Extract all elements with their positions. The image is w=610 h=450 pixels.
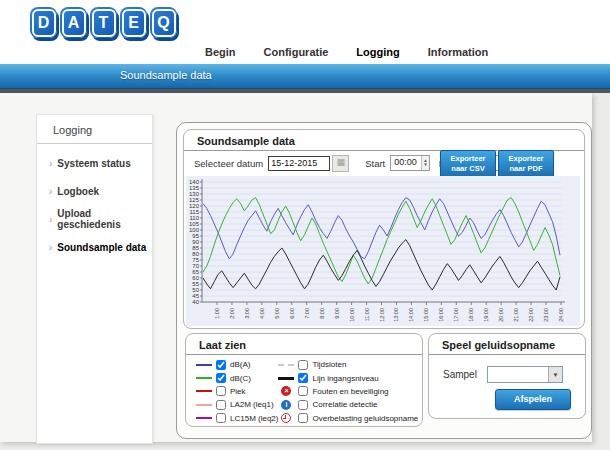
info-icon: i: [278, 400, 294, 410]
error-icon: ×: [278, 386, 294, 396]
logo-letter: A: [62, 9, 86, 37]
nav-item-configuratie[interactable]: Configuratie: [264, 46, 329, 58]
legend-line-swatch: [278, 377, 294, 380]
legend-title: Laat zien: [199, 339, 246, 351]
nav-item-logging[interactable]: Logging: [356, 46, 399, 58]
sidebar-item-soundsample-data[interactable]: ›Soundsample data: [37, 228, 152, 256]
svg-text:40: 40: [192, 299, 199, 305]
play-button[interactable]: Afspelen: [495, 389, 571, 410]
sidebar-item-label: Soundsample data: [57, 242, 146, 253]
logo-letter: E: [122, 9, 146, 37]
legend-columns: dB(A)dB(C)PiekLA2M (leq1)LC15M (leq2) Ti…: [196, 358, 418, 425]
sidebar-item-label: Upload geschiedenis: [57, 208, 152, 230]
stepper-arrows-icon[interactable]: ▲▼: [421, 156, 428, 170]
export-csv-line1: Exporteer: [441, 154, 495, 164]
export-pdf-button[interactable]: Exporteer naar PDF: [498, 150, 554, 178]
legend-checkbox-fouten-en-beveiliging[interactable]: [298, 386, 308, 396]
svg-text:8:00: 8:00: [319, 308, 325, 319]
sidebar: Logging ›Systeem status›Logboek›Upload g…: [36, 114, 153, 444]
legend-label: Lijn ingangsniveau: [312, 374, 378, 383]
chevron-right-icon: ›: [49, 158, 52, 169]
export-csv-button[interactable]: Exporteer naar CSV: [440, 150, 496, 178]
legend-checkbox-db-a-[interactable]: [216, 360, 226, 370]
dashed-line-swatch: [278, 364, 294, 366]
export-pdf-line1: Exporteer: [499, 154, 553, 164]
svg-text:24:00: 24:00: [558, 308, 564, 322]
svg-text:95: 95: [192, 233, 199, 239]
legend-label: Correlatie detectie: [312, 400, 377, 409]
legend-checkbox-lijn-ingangsniveau[interactable]: [298, 373, 308, 383]
legend-panel: Laat zien dB(A)dB(C)PiekLA2M (leq1)LC15M…: [185, 333, 423, 427]
legend-row-lijn-ingangsniveau: Lijn ingangsniveau: [278, 371, 418, 384]
sample-select[interactable]: ▼: [487, 366, 563, 383]
logo-letter-block: D: [30, 7, 57, 38]
overload-icon: [281, 413, 291, 423]
legend-column-right: TijdslotenLijn ingangsniveau×Fouten en b…: [278, 358, 418, 425]
header: DATEQ BeginConfiguratieLoggingInformatio…: [0, 0, 610, 64]
legend-label: LA2M (leq1): [230, 400, 274, 409]
svg-text:20:00: 20:00: [498, 308, 504, 322]
chevron-right-icon: ›: [49, 186, 52, 197]
sidebar-item-upload-geschiedenis[interactable]: ›Upload geschiedenis: [37, 200, 152, 228]
sidebar-item-label: Systeem status: [57, 158, 130, 169]
legend-checkbox-db-c-[interactable]: [216, 373, 226, 383]
error-icon: ×: [281, 386, 291, 396]
svg-text:55: 55: [192, 281, 199, 287]
sidebar-item-systeem-status[interactable]: ›Systeem status: [37, 144, 152, 172]
svg-text:23:00: 23:00: [543, 308, 549, 322]
calendar-icon[interactable]: ▦: [332, 155, 349, 172]
svg-text:70: 70: [192, 263, 199, 269]
legend-checkbox-tijdsloten[interactable]: [298, 360, 308, 370]
chevron-down-icon: ▼: [548, 367, 562, 382]
svg-text:9:00: 9:00: [334, 308, 340, 319]
svg-text:19:00: 19:00: [483, 308, 489, 322]
sample-row: Sampel ▼: [443, 366, 563, 383]
soundsample-chart: 4045505560657075808590951001051101151201…: [186, 176, 580, 326]
svg-text:120: 120: [189, 203, 200, 209]
svg-text:85: 85: [192, 245, 199, 251]
legend-row-correlatie-detectie: iCorrelatie detectie: [278, 398, 418, 411]
svg-text:80: 80: [192, 251, 199, 257]
logo-letter: Q: [152, 9, 176, 37]
line-swatch: [196, 377, 212, 379]
sidebar-item-label: Logboek: [57, 186, 99, 197]
svg-text:140: 140: [189, 179, 200, 185]
export-pdf-line2: naar PDF: [499, 164, 553, 174]
legend-label: Piek: [230, 387, 246, 396]
date-input[interactable]: [268, 156, 330, 171]
svg-text:100: 100: [189, 227, 200, 233]
legend-checkbox-overbelasting-geluidsopname[interactable]: [298, 413, 308, 423]
svg-text:21:00: 21:00: [513, 308, 519, 322]
legend-column-left: dB(A)dB(C)PiekLA2M (leq1)LC15M (leq2): [196, 358, 278, 425]
player-panel: Speel geluidsopname Sampel ▼ Afspelen: [428, 333, 586, 419]
legend-checkbox-correlatie-detectie[interactable]: [298, 400, 308, 410]
legend-label: Fouten en beveiliging: [312, 387, 388, 396]
logo-letter-block: A: [60, 7, 87, 38]
nav-item-begin[interactable]: Begin: [205, 46, 236, 58]
legend-row-fouten-en-beveiliging: ×Fouten en beveiliging: [278, 385, 418, 398]
chart-area: 4045505560657075808590951001051101151201…: [186, 176, 580, 330]
legend-checkbox-la2m-leq1-[interactable]: [216, 400, 226, 410]
start-time-stepper[interactable]: 00:00 ▲▼: [390, 155, 429, 171]
nav-item-information[interactable]: Information: [428, 46, 489, 58]
svg-text:105: 105: [189, 221, 200, 227]
svg-text:6:00: 6:00: [289, 308, 295, 319]
legend-row-overbelasting-geluidsopname: Overbelasting geluidsopname: [278, 412, 418, 425]
sidebar-item-logboek[interactable]: ›Logboek: [37, 172, 152, 200]
legend-row-db-c-: dB(C): [196, 371, 278, 384]
svg-text:1:00: 1:00: [214, 308, 220, 319]
legend-label: dB(A): [230, 360, 250, 369]
chevron-right-icon: ›: [49, 214, 52, 225]
sidebar-items: ›Systeem status›Logboek›Upload geschiede…: [37, 144, 152, 256]
main-nav: BeginConfiguratieLoggingInformation: [205, 46, 488, 58]
sample-select-value: [488, 367, 548, 382]
svg-text:15:00: 15:00: [423, 308, 429, 322]
legend-line-swatch: [196, 417, 212, 419]
dateq-logo: DATEQ: [30, 7, 180, 38]
legend-line-swatch: [196, 364, 212, 366]
info-icon: i: [281, 400, 291, 410]
legend-row-la2m-leq1-: LA2M (leq1): [196, 398, 278, 411]
start-time-value: 00:00: [391, 156, 421, 170]
legend-checkbox-lc15m-leq2-[interactable]: [216, 413, 226, 423]
legend-checkbox-piek[interactable]: [216, 386, 226, 396]
